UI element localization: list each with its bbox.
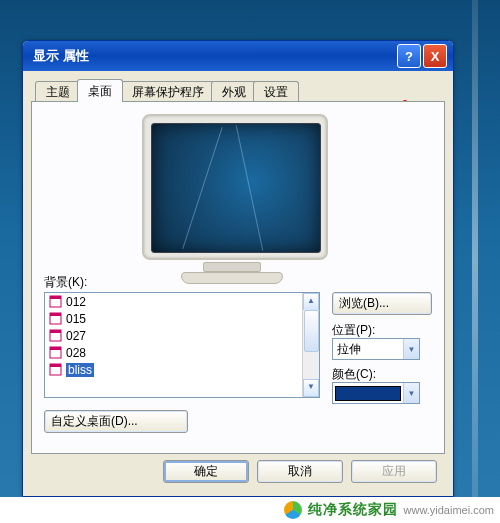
dialog-body: 主题 桌面 屏幕保护程序 外观 设置 背景(K): 012015027028bl…	[31, 79, 445, 454]
customize-button-label: 自定义桌面(D)...	[51, 413, 138, 430]
titlebar[interactable]: 显示 属性 ? X	[23, 41, 453, 71]
tab-desktop[interactable]: 桌面	[77, 79, 123, 102]
close-icon: X	[431, 49, 440, 64]
svg-rect-5	[50, 330, 61, 333]
tab-screensaver[interactable]: 屏幕保护程序	[121, 81, 215, 102]
tab-theme[interactable]: 主题	[35, 81, 81, 102]
display-properties-dialog: 显示 属性 ? X 主题 桌面 屏幕保护程序 外观 设置 背景(K): 0120…	[22, 40, 454, 497]
monitor-base	[181, 272, 283, 284]
scroll-thumb[interactable]	[304, 310, 319, 352]
listbox-scrollbar[interactable]: ▲ ▼	[302, 293, 319, 397]
tab-panel-desktop: 背景(K): 012015027028bliss ▲ ▼ 浏览(B)... 位置…	[31, 101, 445, 454]
list-item-label: bliss	[66, 363, 94, 377]
tab-settings[interactable]: 设置	[253, 81, 299, 102]
chevron-down-icon: ▼	[403, 339, 419, 359]
brand-name: 纯净系统家园	[308, 501, 398, 519]
tab-label: 桌面	[88, 83, 112, 100]
list-item-label: 027	[66, 329, 86, 343]
cancel-button[interactable]: 取消	[257, 460, 343, 483]
color-swatch	[335, 386, 401, 401]
customize-desktop-button[interactable]: 自定义桌面(D)...	[44, 410, 188, 433]
brand-url: www.yidaimei.com	[404, 504, 494, 516]
tabstrip: 主题 桌面 屏幕保护程序 外观 设置	[31, 79, 445, 101]
help-button[interactable]: ?	[397, 44, 421, 68]
list-item[interactable]: 027	[45, 327, 319, 344]
tab-label: 主题	[46, 84, 70, 101]
brand-logo-icon	[284, 501, 302, 519]
image-file-icon	[49, 346, 62, 359]
scroll-up-button[interactable]: ▲	[303, 293, 319, 311]
svg-rect-3	[50, 313, 61, 316]
position-value: 拉伸	[333, 341, 403, 358]
list-item[interactable]: 015	[45, 310, 319, 327]
list-item[interactable]: 012	[45, 293, 319, 310]
browse-button-label: 浏览(B)...	[339, 295, 389, 312]
monitor-case	[142, 114, 328, 260]
color-select[interactable]: ▼	[332, 382, 420, 404]
tab-label: 外观	[222, 84, 246, 101]
svg-rect-9	[50, 364, 61, 367]
list-item[interactable]: bliss	[45, 361, 319, 378]
wallpaper-preview-monitor	[142, 114, 322, 269]
position-label: 位置(P):	[332, 322, 375, 339]
tab-appearance[interactable]: 外观	[211, 81, 257, 102]
watermark-footer: 纯净系统家园 www.yidaimei.com	[0, 497, 500, 523]
browse-button[interactable]: 浏览(B)...	[332, 292, 432, 315]
list-item[interactable]: 028	[45, 344, 319, 361]
window-title: 显示 属性	[33, 47, 395, 65]
image-file-icon	[49, 295, 62, 308]
monitor-screen	[151, 123, 321, 253]
chevron-down-icon: ▼	[403, 383, 419, 403]
cancel-label: 取消	[288, 463, 312, 480]
list-item-label: 028	[66, 346, 86, 360]
background-listbox[interactable]: 012015027028bliss ▲ ▼	[44, 292, 320, 398]
dialog-button-bar: 确定 取消 应用	[23, 460, 453, 488]
image-file-icon	[49, 312, 62, 325]
apply-label: 应用	[382, 463, 406, 480]
svg-rect-1	[50, 296, 61, 299]
list-item-label: 015	[66, 312, 86, 326]
scroll-down-button[interactable]: ▼	[303, 379, 319, 397]
close-button[interactable]: X	[423, 44, 447, 68]
scroll-track[interactable]	[303, 310, 319, 380]
image-file-icon	[49, 363, 62, 376]
tab-label: 屏幕保护程序	[132, 84, 204, 101]
svg-rect-7	[50, 347, 61, 350]
background-label: 背景(K):	[44, 274, 87, 291]
monitor-stand	[203, 262, 261, 272]
position-select[interactable]: 拉伸 ▼	[332, 338, 420, 360]
list-item-label: 012	[66, 295, 86, 309]
ok-label: 确定	[194, 463, 218, 480]
help-icon: ?	[405, 49, 413, 64]
tab-label: 设置	[264, 84, 288, 101]
ok-button[interactable]: 确定	[163, 460, 249, 483]
image-file-icon	[49, 329, 62, 342]
desktop-light-stripe	[472, 0, 478, 523]
apply-button: 应用	[351, 460, 437, 483]
color-label: 颜色(C):	[332, 366, 376, 383]
